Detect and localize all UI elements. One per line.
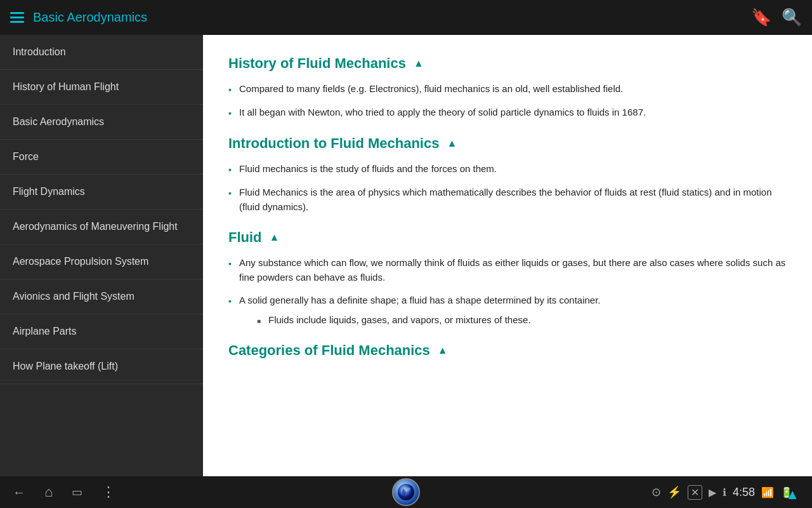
content-area[interactable]: History of Fluid Mechanics ▲ ▪ Compared …	[203, 35, 812, 476]
x-icon: ✕	[688, 485, 702, 500]
history-fluid-list: ▪ Compared to many fields (e.g. Electron…	[228, 82, 787, 120]
page-title: Basic Aerodynamics	[33, 10, 751, 25]
fluid-list: ▪ Any substance which can flow, we norma…	[228, 256, 787, 327]
collapse-fluid-icon[interactable]: ▲	[270, 232, 280, 243]
bullet-icon: ▪	[228, 83, 232, 97]
section-intro-fluid-title: Introduction to Fluid Mechanics	[228, 135, 439, 152]
bullet-icon: ▪	[228, 187, 232, 214]
wifi-icon: 📶	[761, 486, 774, 498]
main-layout: Introduction History of Human Flight Bas…	[0, 35, 812, 476]
sidebar-item-force[interactable]: Force	[0, 140, 203, 175]
sidebar-item-basic-aerodynamics[interactable]: Basic Aerodynamics	[0, 105, 203, 140]
section-categories-fluid-header: Categories of Fluid Mechanics ▲	[228, 342, 787, 359]
sidebar-item-maneuvering-flight[interactable]: Aerodynamics of Maneuvering Flight	[0, 210, 203, 244]
section-categories-fluid-title: Categories of Fluid Mechanics	[228, 342, 430, 359]
recents-button[interactable]: ▭	[72, 485, 82, 499]
usb-icon: ⚡	[667, 485, 681, 499]
list-item: ▪ It all began with Newton, who tried to…	[228, 105, 787, 120]
info-icon: ℹ	[723, 486, 726, 498]
bottombar: ← ⌂ ▭ ⋮ ⊙ ⚡ ✕	[0, 476, 812, 508]
sidebar-item-flight-dynamics[interactable]: Flight Dynamics	[0, 175, 203, 210]
collapse-intro-fluid-icon[interactable]: ▲	[447, 138, 457, 149]
section-history-fluid-header: History of Fluid Mechanics ▲	[228, 55, 787, 72]
list-item: ▪ Compared to many fields (e.g. Electron…	[228, 82, 787, 97]
sidebar-item-takeoff[interactable]: How Plane takeoff (Lift)	[0, 349, 203, 384]
nav-icons: ← ⌂ ▭ ⋮	[13, 484, 115, 500]
list-item: ▪ Fluid mechanics is the study of fluids…	[228, 162, 787, 177]
home-button[interactable]: ⌂	[44, 484, 53, 500]
sidebar-item-introduction[interactable]: Introduction	[0, 35, 203, 70]
sub-bullet: ■ Fluids include liquids, gases, and vap…	[257, 313, 601, 328]
sidebar-item-airplane-parts[interactable]: Airplane Parts	[0, 314, 203, 349]
menu-icon[interactable]	[10, 12, 24, 23]
collapse-categories-fluid-icon[interactable]: ▲	[438, 345, 448, 356]
sidebar-item-avionics[interactable]: Avionics and Flight System	[0, 279, 203, 314]
intro-fluid-list: ▪ Fluid mechanics is the study of fluids…	[228, 162, 787, 214]
sub-bullet-icon: ■	[257, 316, 261, 328]
logo-svg	[397, 483, 415, 501]
sidebar-item-propulsion[interactable]: Aerospace Propulsion System	[0, 244, 203, 279]
play-icon: ▶	[709, 486, 716, 498]
bullet-icon: ▪	[228, 163, 232, 177]
sidebar: Introduction History of Human Flight Bas…	[0, 35, 203, 476]
sidebar-item-history-human-flight[interactable]: History of Human Flight	[0, 70, 203, 105]
list-item: ▪ Any substance which can flow, we norma…	[228, 256, 787, 284]
section-fluid-title: Fluid	[228, 229, 262, 246]
status-area: ⊙ ⚡ ✕ ▶ ℹ 4:58 📶 🔋	[652, 485, 799, 500]
android-icon: ⊙	[652, 485, 661, 499]
overflow-menu-button[interactable]: ⋮	[102, 484, 115, 500]
back-button[interactable]: ←	[13, 485, 25, 500]
center-logo	[392, 478, 420, 506]
bullet-icon: ▪	[228, 257, 232, 284]
section-intro-fluid-header: Introduction to Fluid Mechanics ▲	[228, 135, 787, 152]
section-fluid-header: Fluid ▲	[228, 229, 787, 246]
collapse-history-fluid-icon[interactable]: ▲	[414, 58, 424, 69]
list-item: ▪ A solid generally has a definite shape…	[228, 293, 787, 327]
search-icon[interactable]: 🔍	[782, 8, 802, 27]
topbar: Basic Aerodynamics 🔖 🔍	[0, 0, 812, 35]
list-item: ▪ Fluid Mechanics is the area of physics…	[228, 185, 787, 214]
status-time: 4:58	[733, 486, 755, 499]
scroll-up-button[interactable]: ▲	[785, 486, 799, 503]
section-history-fluid-title: History of Fluid Mechanics	[228, 55, 406, 72]
bullet-icon: ▪	[228, 295, 232, 327]
bullet-icon: ▪	[228, 107, 232, 120]
bookmark-icon[interactable]: 🔖	[751, 8, 771, 27]
